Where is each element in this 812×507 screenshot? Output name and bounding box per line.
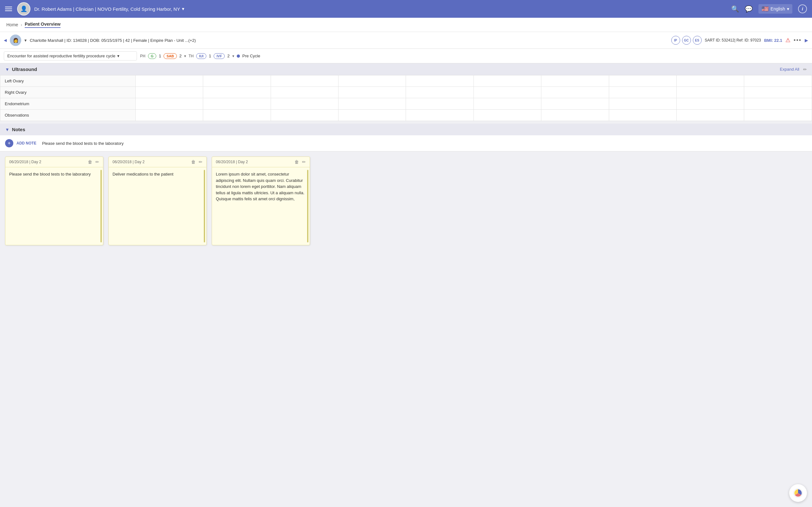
note-card-header: 06/20/2018 | Day 2 🗑 ✏ (109, 157, 206, 167)
flag-icon: 🇺🇸 (762, 5, 769, 12)
encounter-tags: PH G 1 SAB 2 ▾ TH IUI 1 IVF 2 ▾ Pre Cycl… (140, 53, 260, 59)
ultrasound-collapse-icon[interactable]: ▼ (5, 67, 9, 72)
note-date: 06/20/2018 | Day 2 (112, 160, 145, 164)
patient-tags: IP GC ES (671, 36, 702, 45)
encounter-iui-badge: IUI (196, 53, 206, 59)
language-selector[interactable]: 🇺🇸 English ▾ (758, 4, 792, 14)
note-body: Lorem ipsum dolor sit amet, consectetur … (212, 167, 310, 245)
breadcrumb-home[interactable]: Home (6, 22, 18, 27)
note-card: 06/20/2018 | Day 2 🗑 ✏ Lorem ipsum dolor… (212, 157, 310, 245)
breadcrumb-current: Patient Overview (25, 21, 60, 28)
right-panel-toggle[interactable]: ▶ (805, 38, 808, 43)
note-delete-icon[interactable]: 🗑 (191, 159, 196, 164)
encounter-g-value: 1 (159, 54, 161, 58)
row-label-right-ovary: Right Ovary (0, 87, 136, 98)
header-actions: 🔍 💬 🇺🇸 English ▾ i (731, 4, 807, 14)
note-date: 06/20/2018 | Day 2 (9, 160, 41, 164)
ultrasound-table: Left Ovary Right Ovary Endometrium (0, 75, 812, 121)
tag-es: ES (693, 36, 702, 45)
row-label-left-ovary: Left Ovary (0, 75, 136, 87)
add-note-label: ADD NOTE (16, 141, 37, 146)
encounter-th: TH (188, 54, 194, 58)
ultrasound-title: ▼ Ultrasound (5, 66, 37, 72)
dropdown-arrow-icon[interactable]: ▾ (182, 6, 184, 12)
note-edit-icon[interactable]: ✏ (199, 159, 203, 164)
encounter-sab-badge: SAB (164, 53, 176, 59)
encounter-ivf-dropdown[interactable]: ▾ (232, 54, 234, 58)
tag-ip: IP (671, 36, 680, 45)
ultrasound-section-header: ▼ Ultrasound Expand All ✏ (0, 63, 812, 75)
table-row: Endometrium (0, 98, 812, 110)
notes-grid: 06/20/2018 | Day 2 🗑 ✏ Please send the b… (0, 152, 812, 250)
encounter-g-badge: G (148, 53, 157, 59)
ultrasound-actions: Expand All ✏ (780, 67, 807, 72)
note-card-header: 06/20/2018 | Day 2 🗑 ✏ (212, 157, 310, 167)
encounter-iui-value: 1 (209, 54, 211, 58)
note-card-header: 06/20/2018 | Day 2 🗑 ✏ (5, 157, 103, 167)
encounter-ph: PH (140, 54, 146, 58)
note-body: Please send the blood tests to the labor… (5, 167, 103, 245)
clinician-avatar: 👤 (17, 2, 31, 15)
menu-button[interactable] (5, 5, 12, 12)
pre-cycle-label: Pre Cycle (242, 54, 260, 58)
search-icon[interactable]: 🔍 (731, 5, 739, 13)
encounter-ivf-value: 2 (227, 54, 229, 58)
table-row: Observations (0, 110, 812, 121)
patient-info: Charlotte Marshall | ID: 134028 | DOB: 0… (30, 38, 668, 43)
encounter-select[interactable]: Encounter for assisted reproductive fert… (4, 51, 137, 60)
note-actions: 🗑 ✏ (294, 159, 306, 164)
breadcrumb-separator: › (20, 22, 22, 27)
encounter-bar: Encounter for assisted reproductive fert… (0, 49, 812, 63)
note-delete-icon[interactable]: 🗑 (88, 159, 92, 164)
notes-section-header: ▼ Notes (0, 124, 812, 135)
add-note-button[interactable]: + (5, 139, 13, 147)
note-date: 06/20/2018 | Day 2 (216, 160, 248, 164)
alert-icon: ⚠ (786, 37, 791, 44)
sart-info: SART ID: 532412| Ref: ID: 97023 (705, 38, 761, 43)
notes-collapse-icon[interactable]: ▼ (5, 127, 9, 132)
table-row: Left Ovary (0, 75, 812, 87)
row-label-observations: Observations (0, 110, 136, 121)
note-actions: 🗑 ✏ (88, 159, 99, 164)
patient-panel-toggle[interactable]: ◀ (4, 38, 7, 43)
add-note-bar: + ADD NOTE Please send the blood tests t… (0, 135, 812, 152)
info-button[interactable]: i (798, 4, 807, 13)
expand-all-button[interactable]: Expand All (780, 67, 799, 72)
clinician-info: Dr. Robert Adams | Clinician | NOVO Fert… (34, 6, 731, 12)
chat-icon[interactable]: 💬 (745, 5, 753, 13)
note-scroll-bar[interactable] (101, 170, 102, 242)
note-body: Deliver medications to the patient (109, 167, 206, 245)
note-card: 06/20/2018 | Day 2 🗑 ✏ Please send the b… (5, 157, 103, 245)
encounter-sab-dropdown[interactable]: ▾ (184, 54, 186, 58)
bmi-badge: BMI: 22.1 (764, 38, 782, 43)
note-actions: 🗑 ✏ (191, 159, 203, 164)
encounter-ivf-badge: IVF (214, 53, 225, 59)
note-edit-icon[interactable]: ✏ (302, 159, 306, 164)
lang-dropdown-arrow: ▾ (787, 6, 789, 11)
pre-cycle-dot (237, 55, 240, 58)
encounter-sab-value: 2 (179, 54, 181, 58)
more-options-button[interactable]: ••• (794, 37, 802, 44)
patient-bar: ◀ 👩 ▾ Charlotte Marshall | ID: 134028 | … (0, 32, 812, 49)
note-card: 06/20/2018 | Day 2 🗑 ✏ Deliver medicatio… (108, 157, 207, 245)
main-content: ▼ Ultrasound Expand All ✏ Left Ovary Rig… (0, 63, 812, 507)
row-label-endometrium: Endometrium (0, 98, 136, 110)
encounter-dropdown-arrow: ▾ (117, 54, 119, 58)
note-edit-icon[interactable]: ✏ (95, 159, 99, 164)
patient-expand-arrow[interactable]: ▾ (24, 38, 26, 43)
note-scroll-bar[interactable] (307, 170, 308, 242)
breadcrumb: Home › Patient Overview (0, 18, 812, 32)
tag-gc: GC (682, 36, 691, 45)
language-label: English (770, 6, 785, 11)
table-row: Right Ovary (0, 87, 812, 98)
bottom-chart-button[interactable] (789, 484, 807, 502)
patient-avatar: 👩 (10, 35, 21, 46)
note-delete-icon[interactable]: 🗑 (294, 159, 299, 164)
top-header: 👤 Dr. Robert Adams | Clinician | NOVO Fe… (0, 0, 812, 18)
ultrasound-edit-icon[interactable]: ✏ (803, 67, 807, 72)
add-note-text: Please send the blood tests to the labor… (42, 141, 124, 146)
note-scroll-bar[interactable] (204, 170, 205, 242)
